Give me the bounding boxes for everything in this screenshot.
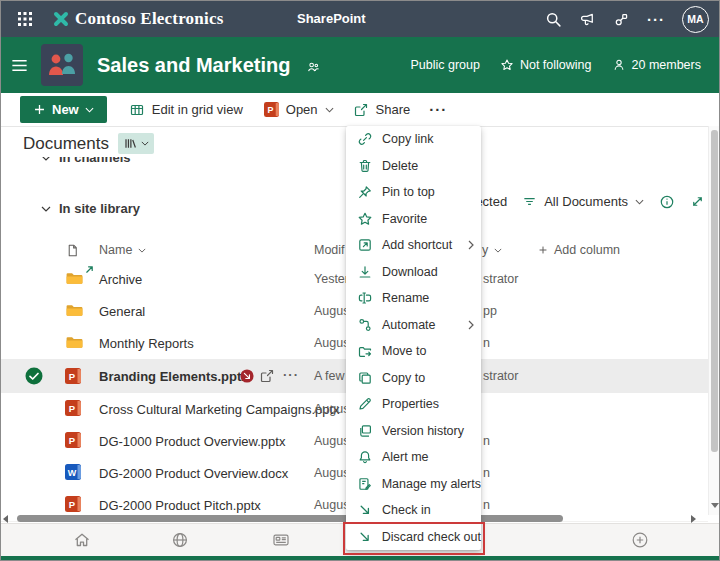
site-logo[interactable] [41,44,83,86]
members-button[interactable]: 20 members [612,58,701,72]
more-icon[interactable]: ··· [647,11,665,28]
pin-icon [357,184,373,200]
file-type-column-icon[interactable] [65,243,80,258]
sharepoint-window: Contoso Electronics SharePoint ··· MA Sa… [0,0,720,561]
chevron-right-icon [468,240,474,250]
bell-icon [357,449,373,465]
edit-grid-view-button[interactable]: Edit in grid view [129,102,243,118]
menu-item-download[interactable]: Download [346,259,481,286]
share-icon [353,102,369,118]
contoso-logo-icon[interactable] [53,11,69,27]
vertical-scrollbar[interactable] [708,126,720,515]
hamburger-icon[interactable] [10,56,29,75]
view-selector[interactable]: All Documents [522,194,644,209]
plus-icon [538,245,548,255]
add-column-button[interactable]: Add column [538,243,620,257]
menu-item-properties[interactable]: Properties [346,391,481,418]
word-icon [65,464,81,480]
details-pane-button[interactable] [659,194,675,210]
menu-item-manage-my-alerts[interactable]: Manage my alerts [346,471,481,498]
chevron-down-icon [41,157,51,161]
chevron-down-icon [635,199,644,205]
shortcut-arrow-icon [85,265,94,274]
grid-icon [129,102,145,118]
checked-out-icon [240,369,254,383]
suite-bar: Contoso Electronics SharePoint ··· MA [1,1,719,37]
menu-item-move-to[interactable]: Move to [346,338,481,365]
new-button[interactable]: New [20,96,107,123]
info-icon [659,194,675,210]
bookshelf-icon [123,136,138,151]
rename-icon [357,290,373,306]
more-commands-button[interactable]: ··· [429,101,447,118]
menu-item-copy-link[interactable]: Copy link [346,126,481,153]
menu-item-discard-check-out[interactable]: Discard check out [346,524,481,551]
column-modified-by[interactable]: y [482,243,502,257]
star-icon [500,58,514,72]
row-more-icon[interactable]: ··· [283,367,299,382]
menu-item-rename[interactable]: Rename [346,285,481,312]
add-circle-icon[interactable] [630,530,650,550]
column-modified[interactable]: Modif [314,243,345,257]
column-name[interactable]: Name [99,243,146,257]
powerpoint-icon [65,368,81,384]
menu-item-automate[interactable]: Automate [346,312,481,339]
menu-item-add-shortcut[interactable]: Add shortcut [346,232,481,259]
expand-icon [690,194,705,209]
home-icon[interactable] [72,530,92,550]
section-in-site-library[interactable]: In site library [41,201,140,216]
bottom-accent-strip [1,556,719,560]
menu-item-version-history[interactable]: Version history [346,418,481,445]
chevron-right-icon [468,320,474,330]
folder-icon [65,302,84,319]
settings-icon[interactable] [613,11,630,28]
selected-check-icon[interactable] [25,367,43,385]
menu-item-favorite[interactable]: Favorite [346,206,481,233]
media-card-icon[interactable] [271,530,291,550]
horizontal-scroll-thumb[interactable] [17,515,563,522]
scroll-right-arrow[interactable] [691,515,696,523]
powerpoint-icon [65,432,81,448]
menu-item-check-in[interactable]: Check in [346,497,481,524]
automate-icon [357,317,373,333]
fullscreen-button[interactable] [690,194,705,209]
scroll-down-arrow[interactable] [711,503,719,508]
library-heading: Documents [23,133,154,154]
avatar[interactable]: MA [682,6,709,33]
plus-icon [33,103,46,116]
follow-button[interactable]: Not following [500,58,592,72]
globe-icon[interactable] [170,530,190,550]
chevron-down-icon [41,206,51,212]
share-button[interactable]: Share [353,102,411,118]
link-icon [357,131,373,147]
section-in-channels[interactable]: In channels [41,157,131,168]
menu-item-delete[interactable]: Delete [346,153,481,180]
command-bar: New Edit in grid view Open Share ··· 1 s… [1,93,719,127]
powerpoint-icon [65,496,81,512]
view-style-selector[interactable] [118,133,154,154]
site-header: Sales and Marketing Public group Not fol… [1,37,719,93]
menu-item-alert-me[interactable]: Alert me [346,444,481,471]
library-title: Documents [23,134,109,154]
menu-item-pin-to-top[interactable]: Pin to top [346,179,481,206]
search-icon[interactable] [545,11,562,28]
trash-icon [357,158,373,174]
person-icon [612,58,626,72]
open-button[interactable]: Open [264,102,334,117]
chevron-down-icon [141,141,149,146]
chevron-down-icon [138,248,146,253]
megaphone-icon[interactable] [579,11,596,28]
chevron-down-icon [494,248,502,253]
menu-item-copy-to[interactable]: Copy to [346,365,481,392]
app-launcher-icon[interactable] [17,11,33,27]
powerpoint-icon [264,102,279,117]
folder-icon [65,270,84,287]
folder-icon [65,334,84,351]
discard-check-out-icon [357,529,373,545]
product-name[interactable]: SharePoint [297,11,366,26]
share-icon[interactable] [259,368,275,384]
star-icon [357,211,373,227]
scroll-left-arrow[interactable] [3,515,8,523]
vertical-scroll-thumb[interactable] [711,130,718,452]
brand-name[interactable]: Contoso Electronics [75,9,223,29]
